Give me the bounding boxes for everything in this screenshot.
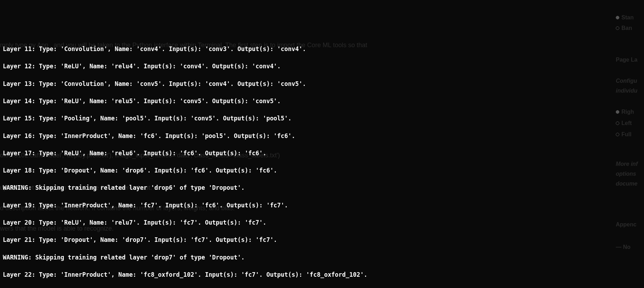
output-line: Layer 15: Type: 'Pooling', Name: 'pool5'… xyxy=(3,114,641,123)
output-line: Layer 13: Type: 'Convolution', Name: 'co… xyxy=(3,80,641,88)
output-line: Layer 11: Type: 'Convolution', Name: 'co… xyxy=(3,45,641,54)
output-line: Layer 22: Type: 'InnerProduct', Name: 'f… xyxy=(3,270,641,279)
radio-icon xyxy=(616,26,619,30)
sidebar-option: Stan xyxy=(616,13,634,21)
output-line: Layer 19: Type: 'InnerProduct', Name: 'f… xyxy=(3,201,641,210)
radio-filled-icon xyxy=(616,16,619,19)
output-line: Layer 12: Type: 'ReLU', Name: 'relu4'. I… xyxy=(3,62,641,71)
output-line: Layer 21: Type: 'Dropout', Name: 'drop7'… xyxy=(3,236,641,244)
output-line: Layer 14: Type: 'ReLU', Name: 'relu5'. I… xyxy=(3,97,641,106)
output-line: Layer 17: Type: 'ReLU', Name: 'relu6'. I… xyxy=(3,149,641,158)
output-line: Layer 20: Type: 'ReLU', Name: 'relu7'. I… xyxy=(3,218,641,227)
output-line: Layer 16: Type: 'InnerProduct', Name: 'f… xyxy=(3,132,641,140)
output-line: WARNING: Skipping training related layer… xyxy=(3,183,641,192)
output-line: WARNING: Skipping training related layer… xyxy=(3,253,641,262)
output-line: Layer 18: Type: 'Dropout', Name: 'drop6'… xyxy=(3,166,641,175)
sidebar-option: Ban xyxy=(616,24,632,32)
terminal-output: Layer 11: Type: 'Convolution', Name: 'co… xyxy=(3,36,641,288)
